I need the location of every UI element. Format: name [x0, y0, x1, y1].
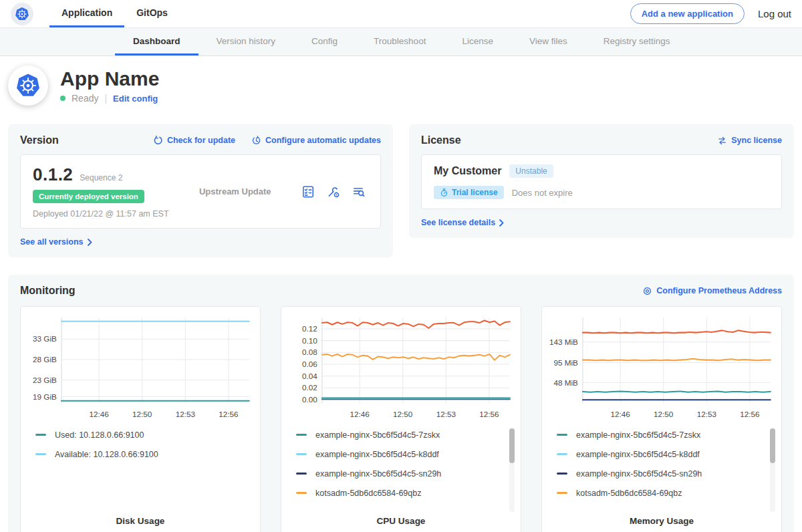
legend-dash-icon [35, 434, 46, 436]
customer-name: My Customer [434, 165, 501, 177]
dashboard-content: Version Check for update [0, 124, 802, 532]
legend-scrollbar-thumb[interactable] [770, 428, 775, 463]
svg-text:12:56: 12:56 [219, 410, 238, 418]
legend-item: example-nginx-5bc6f5d4c5-k8ddf [296, 450, 507, 459]
svg-text:19 GiB: 19 GiB [33, 392, 57, 401]
configure-automatic-updates-link[interactable]: Configure automatic updates [251, 136, 381, 146]
cpu-usage-chart-card: 0.000.020.040.060.080.100.1212:4612:5012… [281, 306, 521, 532]
memory-usage-chart: 48 MiB95 MiB143 MiB12:4612:5012:5312:56 [546, 312, 777, 426]
legend-item: Used: 10.128.0.66:9100 [35, 430, 247, 440]
legend-label: example-nginx-5bc6f5d4c5-k8ddf [576, 450, 700, 459]
svg-text:12:56: 12:56 [479, 410, 499, 418]
cpu-usage-legend: example-nginx-5bc6f5d4c5-7zskxexample-ng… [285, 426, 517, 512]
nav-gitops[interactable]: GitOps [124, 0, 180, 27]
svg-text:12:53: 12:53 [176, 410, 195, 418]
legend-label: example-nginx-5bc6f5d4c5-k8ddf [315, 450, 439, 459]
status-dot-icon [60, 96, 65, 101]
tab-license[interactable]: License [444, 28, 511, 55]
see-license-details-link[interactable]: See license details [421, 218, 504, 227]
top-nav: Application GitOps Add a new application… [0, 0, 802, 28]
chart-title: CPU Usage [285, 512, 517, 532]
memory-usage-chart-card: 48 MiB95 MiB143 MiB12:4612:5012:5312:56 … [541, 306, 782, 532]
legend-item: example-nginx-5bc6f5d4c5-7zskx [296, 430, 507, 440]
app-sub-nav: Dashboard Version history Config Trouble… [0, 28, 802, 56]
legend-dash-icon [296, 434, 307, 436]
top-nav-right: Add a new application Log out [630, 0, 791, 27]
tab-registry-settings[interactable]: Registry settings [585, 28, 688, 55]
memory-usage-legend: example-nginx-5bc6f5d4c5-7zskxexample-ng… [546, 426, 777, 512]
check-for-update-link[interactable]: Check for update [153, 136, 235, 146]
legend-label: example-nginx-5bc6f5d4c5-sn29h [315, 469, 441, 479]
nav-application[interactable]: Application [49, 0, 124, 27]
deployed-badge: Currently deployed version [33, 190, 144, 203]
tab-troubleshoot[interactable]: Troubleshoot [356, 28, 444, 55]
license-card: License Sync license My Customer Unstabl… [409, 124, 794, 238]
wrench-gear-icon[interactable] [327, 185, 340, 198]
legend-dash-icon [557, 473, 567, 475]
add-application-button[interactable]: Add a new application [630, 3, 745, 24]
legend-label: example-nginx-5bc6f5d4c5-7zskx [576, 430, 700, 440]
edit-config-link[interactable]: Edit config [113, 94, 158, 104]
legend-scrollbar-track[interactable] [509, 428, 515, 512]
status-text: Ready [72, 93, 98, 104]
checklist-icon[interactable] [301, 185, 315, 198]
tab-version-history[interactable]: Version history [198, 28, 294, 55]
svg-text:12:50: 12:50 [132, 410, 152, 418]
svg-text:0.08: 0.08 [302, 348, 317, 356]
app-kubernetes-icon [8, 65, 48, 106]
license-details-row: My Customer Unstable Trial license Does … [421, 154, 782, 209]
app-header: App Name Ready | Edit config [0, 56, 802, 114]
legend-dash-icon [557, 453, 567, 455]
chart-title: Memory Usage [546, 512, 777, 532]
deployed-timestamp: Deployed 01/21/22 @ 11:57 am EST [33, 209, 169, 219]
legend-label: Available: 10.128.0.66:9100 [55, 450, 158, 459]
trial-license-badge: Trial license [434, 186, 504, 199]
top-nav-tabs: Application GitOps [49, 0, 180, 27]
current-version-row: 0.1.2 Sequence 2 Currently deployed vers… [20, 154, 381, 229]
legend-label: Used: 10.128.0.66:9100 [55, 430, 144, 440]
svg-text:0.12: 0.12 [302, 324, 317, 333]
legend-label: kotsadm-5db6dc6584-69qbz [576, 489, 682, 498]
legend-item: example-nginx-5bc6f5d4c5-sn29h [557, 469, 768, 479]
legend-item: example-nginx-5bc6f5d4c5-7zskx [557, 430, 768, 440]
channel-badge: Unstable [509, 164, 553, 178]
logout-link[interactable]: Log out [758, 8, 791, 19]
see-all-versions-link[interactable]: See all versions [20, 237, 92, 247]
divider: | [104, 93, 107, 104]
svg-text:0.02: 0.02 [302, 383, 317, 392]
sync-license-link[interactable]: Sync license [717, 136, 782, 146]
svg-text:0.10: 0.10 [302, 336, 317, 345]
license-card-title: License [421, 134, 461, 146]
legend-dash-icon [296, 453, 307, 455]
cpu-usage-chart: 0.000.020.040.060.080.100.1212:4612:5012… [285, 312, 517, 426]
legend-scrollbar-track[interactable] [770, 428, 775, 512]
svg-text:95 MiB: 95 MiB [553, 358, 578, 367]
disk-usage-chart-card: 19 GiB23 GiB28 GiB33 GiB12:4612:5012:531… [20, 306, 261, 532]
tab-config[interactable]: Config [293, 28, 356, 55]
configure-prometheus-link[interactable]: Configure Prometheus Address [642, 286, 782, 296]
stopwatch-icon [440, 188, 448, 197]
svg-text:12:53: 12:53 [436, 410, 456, 418]
svg-text:48 MiB: 48 MiB [553, 378, 578, 387]
svg-text:0.04: 0.04 [302, 372, 317, 380]
disk-usage-chart: 19 GiB23 GiB28 GiB33 GiB12:4612:5012:531… [25, 312, 256, 426]
legend-item: example-nginx-5bc6f5d4c5-k8ddf [557, 450, 768, 459]
chevron-right-icon [499, 219, 504, 227]
svg-text:12:50: 12:50 [393, 410, 413, 418]
monitoring-card: Monitoring Configure Prometheus Address … [8, 275, 794, 532]
diff-search-icon[interactable] [352, 185, 366, 198]
legend-label: example-nginx-5bc6f5d4c5-7zskx [315, 430, 440, 440]
sync-arrows-icon [717, 136, 727, 146]
page-title: App Name [60, 68, 159, 90]
tab-dashboard[interactable]: Dashboard [115, 28, 198, 55]
legend-scrollbar-thumb[interactable] [509, 428, 515, 463]
svg-text:12:46: 12:46 [90, 410, 109, 418]
legend-item: kotsadm-5db6dc6584-69qbz [296, 489, 507, 498]
legend-dash-icon [557, 434, 567, 436]
gear-icon [642, 286, 652, 296]
svg-text:0.06: 0.06 [302, 360, 317, 368]
tab-view-files[interactable]: View files [511, 28, 585, 55]
legend-dash-icon [557, 492, 567, 494]
disk-usage-legend: Used: 10.128.0.66:9100Available: 10.128.… [25, 426, 256, 512]
svg-text:28 GiB: 28 GiB [33, 355, 57, 364]
